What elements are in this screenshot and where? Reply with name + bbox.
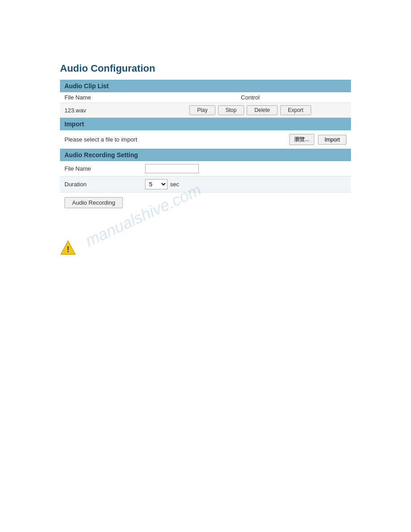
export-button[interactable]: Export — [280, 105, 311, 115]
clip-controls: Play Stop Delete Export — [154, 105, 347, 115]
clip-list-column-headers: File Name Control — [60, 92, 351, 103]
warning-area: ! — [60, 240, 351, 257]
import-header: Import — [60, 118, 351, 130]
warning-icon: ! — [60, 240, 76, 256]
file-name-label: File Name — [64, 165, 145, 172]
audio-recording-setting-section: Audio Recording Setting File Name Durati… — [60, 149, 351, 213]
audio-recording-button[interactable]: Audio Recording — [64, 197, 123, 208]
import-button[interactable]: Import — [318, 135, 347, 145]
import-label: Please select a file to import — [64, 136, 286, 143]
svg-text:!: ! — [67, 245, 69, 254]
play-button[interactable]: Play — [189, 105, 215, 115]
audio-recording-btn-row: Audio Recording — [60, 193, 351, 213]
col-header-control: Control — [154, 94, 347, 101]
audio-clip-list-header: Audio Clip List — [60, 80, 351, 92]
page-title: Audio Configuration — [60, 63, 351, 74]
audio-recording-setting-header: Audio Recording Setting — [60, 149, 351, 161]
duration-select[interactable]: 5 10 15 20 30 60 — [145, 179, 167, 189]
audio-clip-list-section: Audio Clip List File Name Control 123.wa… — [60, 80, 351, 118]
import-section: Import Please select a file to import 瀏覽… — [60, 118, 351, 149]
stop-button[interactable]: Stop — [218, 105, 244, 115]
clip-filename: 123.wav — [64, 107, 154, 114]
file-name-input[interactable] — [145, 164, 199, 173]
duration-unit: sec — [170, 181, 179, 188]
duration-label: Duration — [64, 181, 145, 188]
col-header-filename: File Name — [64, 94, 154, 101]
duration-row: Duration 5 10 15 20 30 60 sec — [60, 176, 351, 193]
browse-button[interactable]: 瀏覽... — [289, 134, 314, 145]
import-row: Please select a file to import 瀏覽... Imp… — [60, 130, 351, 149]
file-name-row: File Name — [60, 161, 351, 176]
table-row: 123.wav Play Stop Delete Export — [60, 103, 351, 118]
delete-button[interactable]: Delete — [247, 105, 278, 115]
